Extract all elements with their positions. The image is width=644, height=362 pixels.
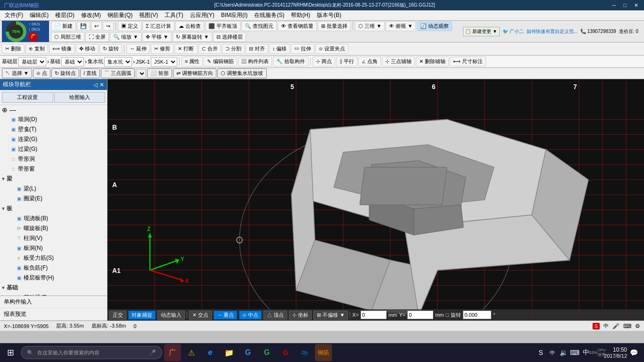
select-tool[interactable]: ↖ 选择 ▼ — [2, 68, 32, 78]
ortho-btn[interactable]: 正交 — [109, 311, 126, 320]
taskbar-app-store[interactable]: 🛍 — [296, 344, 313, 361]
extend-btn[interactable]: ↔ 延伸 — [126, 44, 150, 54]
local-3d-btn[interactable]: ⬡ 局部三维 — [51, 32, 84, 42]
no-offset-btn[interactable]: ⊞ 不偏移 ▼ — [314, 311, 348, 320]
tree-group-slab[interactable]: ▼ 板 — [0, 204, 107, 214]
cloud-check-btn[interactable]: ☁ 云检查 — [175, 21, 204, 31]
copy-btn[interactable]: ⊕ 复制 — [25, 44, 48, 54]
tree-item-spiral-slab[interactable]: ⟳ 螺旋板(B) — [0, 223, 107, 233]
start-button[interactable]: ⊞ — [2, 344, 19, 361]
view-angle-btn[interactable]: 👁 俯视 ▼ — [386, 21, 416, 31]
new-change-btn[interactable]: 📋 新建变更 ▼ — [463, 27, 499, 36]
tree-item-floor-band[interactable]: ▣ 楼层板带(H) — [0, 273, 107, 283]
tree-item-wall-hole[interactable]: ▣ 墙洞(D) — [0, 115, 107, 124]
rotate-input[interactable] — [463, 311, 491, 319]
del-axis-btn[interactable]: ✕ 删除辅轴 — [416, 57, 449, 66]
stretch-btn[interactable]: ⇔ 拉伸 — [291, 44, 314, 54]
screen-rotate-btn[interactable]: ↻ 屏幕旋转 ▼ — [173, 32, 212, 42]
dim-btn[interactable]: ⟷ 尺寸标注 — [450, 57, 486, 66]
coord-y-input[interactable] — [407, 311, 433, 319]
pan-btn[interactable]: ✥ 平移 ▼ — [142, 32, 172, 42]
tray-icon0[interactable]: S — [536, 348, 545, 357]
prop-btn[interactable]: ≡ 属性 — [182, 57, 203, 66]
tree-item-beam[interactable]: ▣ 梁(L) — [0, 184, 107, 194]
define-btn[interactable]: ▣ 定义 — [118, 21, 141, 31]
intersect-btn[interactable]: ✕ 交点 — [189, 311, 212, 320]
snap-btn[interactable]: 对象捕捉 — [128, 311, 156, 320]
taskbar-app-folder[interactable]: 📁 — [221, 344, 238, 361]
arc-tool[interactable]: ⌒ 三点圆弧 — [101, 68, 135, 78]
project-settings-btn[interactable]: 工程设置 — [2, 92, 53, 103]
two-point-btn[interactable]: ⊹ 两点 — [313, 57, 335, 66]
tree-item-ring-beam[interactable]: ▣ 圈梁(E) — [0, 194, 107, 204]
tree-item-band-hole[interactable]: □ 带形洞 — [0, 154, 107, 164]
single-elem-btn[interactable]: 单构件输入 — [0, 296, 107, 308]
midpoint-btn[interactable]: ⊙ 中点 — [239, 311, 262, 320]
new-btn[interactable]: 📄 新建 — [51, 21, 76, 31]
tree-item-slab-rebar[interactable]: ≡ 板受力筋(S) — [0, 253, 107, 263]
menu-item-online[interactable]: 在线服务(S) — [251, 11, 287, 20]
level1-select[interactable]: 基础 — [61, 57, 84, 66]
undo-btn[interactable]: ↩ — [91, 22, 102, 31]
taskbar-app-rebar[interactable]: 钢筋 — [315, 344, 332, 361]
taskbar-app-ie[interactable]: e — [202, 344, 219, 361]
tree-item-neg-rebar[interactable]: ▣ 板负筋(F) — [0, 263, 107, 273]
menu-item-cloud[interactable]: 云应用(Y) — [187, 11, 217, 20]
comp-list-btn[interactable]: ▤ 构件列表 — [238, 57, 272, 66]
level2-select[interactable]: 集水坑 — [104, 57, 132, 66]
tray-icon2[interactable]: 🔉 — [559, 348, 568, 357]
app-gd2-btn[interactable]: 🐦 广小二 — [503, 28, 524, 35]
menu-item-help[interactable]: 帮助(H) — [288, 11, 313, 20]
coord-btn[interactable]: ⊹ 坐标 — [289, 311, 312, 320]
coord-x-input[interactable] — [361, 311, 387, 319]
shape-select[interactable] — [136, 69, 146, 78]
split-btn[interactable]: ⊃ 分割 — [222, 44, 245, 54]
fullscreen-btn[interactable]: ⛶ 全屏 — [85, 32, 109, 42]
keyboard-icon[interactable]: ⌨ — [623, 323, 631, 329]
mic-btn[interactable]: 🎤 — [149, 349, 156, 356]
maximize-button[interactable]: □ — [621, 2, 628, 8]
sidebar-close-btn[interactable]: ✕ — [99, 82, 104, 88]
close-button[interactable]: ✕ — [632, 2, 640, 8]
move-btn[interactable]: ✥ 移动 — [76, 44, 99, 54]
menu-item-rebar[interactable]: 钢筋量(Q) — [105, 11, 135, 20]
settings-icon2[interactable]: ⚙ — [635, 323, 640, 329]
viewport[interactable]: B A A1 5 6 7 — [107, 79, 644, 321]
taskbar-app-g3[interactable]: G — [277, 344, 294, 361]
breadcrumb-level1[interactable]: 基础 基础 — [50, 57, 84, 66]
3d-btn[interactable]: ⬡ 三维 ▼ — [355, 21, 385, 31]
minimize-button[interactable]: ─ — [611, 2, 618, 8]
tree-item-col-hole[interactable]: ⊤ 柱洞(V) — [0, 233, 107, 243]
tree-item-band-window[interactable]: □ 带形窗 — [0, 164, 107, 174]
checkbox-area[interactable]: □ — [446, 312, 449, 318]
rotate-point-tool[interactable]: ↻ 旋转点 — [51, 68, 79, 78]
redo-btn[interactable]: ↪ — [103, 22, 114, 31]
mirror-btn[interactable]: ⟺ 镜像 — [49, 44, 75, 54]
pick-comp-btn[interactable]: 🔧 拾取构件 — [273, 57, 308, 66]
dynamic-input-btn[interactable]: 动态输入 — [157, 311, 185, 320]
flat-board-btn[interactable]: ⬛ 平齐板顶 — [205, 21, 240, 31]
taskbar-app-g[interactable]: G — [239, 344, 256, 361]
breadcrumb-level0[interactable]: 基础层 基础层 — [2, 57, 46, 66]
rotate-btn[interactable]: ↻ 旋转 — [99, 44, 122, 54]
parallel-btn[interactable]: ∥ 平行 — [336, 57, 357, 66]
menu-item-modify[interactable]: 修改(M) — [78, 11, 104, 20]
del-tree-btn[interactable]: — — [9, 106, 16, 114]
dynamic-view-btn[interactable]: 🔄 动态观察 — [417, 21, 452, 31]
endpoint-btn[interactable]: → 重点 — [214, 311, 237, 320]
tree-item-wall-niche[interactable]: ▣ 壁龛(T) — [0, 124, 107, 134]
point-tool[interactable]: ⊙ 点 — [33, 68, 50, 78]
align-btn[interactable]: ⊟ 对齐 — [246, 44, 268, 54]
tree-item-cast-slab[interactable]: ▣ 现浇板(B) — [0, 214, 107, 223]
trim-btn[interactable]: ✂ 修剪 — [151, 44, 173, 54]
break-btn[interactable]: ✕ 打断 — [174, 44, 197, 54]
select-floor-btn[interactable]: ⊟ 选择楼层 — [213, 32, 246, 42]
rect-tool[interactable]: ⬜ 矩形 — [147, 68, 172, 78]
mic-icon[interactable]: 🎤 — [612, 323, 619, 329]
taskbar-app-gd[interactable]: 广 — [164, 344, 181, 361]
notification-btn[interactable]: 💬 — [629, 348, 638, 357]
save-btn[interactable]: 💾 — [77, 22, 90, 31]
tray-icon3[interactable]: ⌨ — [570, 348, 579, 357]
adj-rebar-dir-btn[interactable]: ⇌ 调整钢筋方向 — [173, 68, 216, 78]
tree-item-lintel[interactable]: ▣ 过梁(G) — [0, 144, 107, 154]
